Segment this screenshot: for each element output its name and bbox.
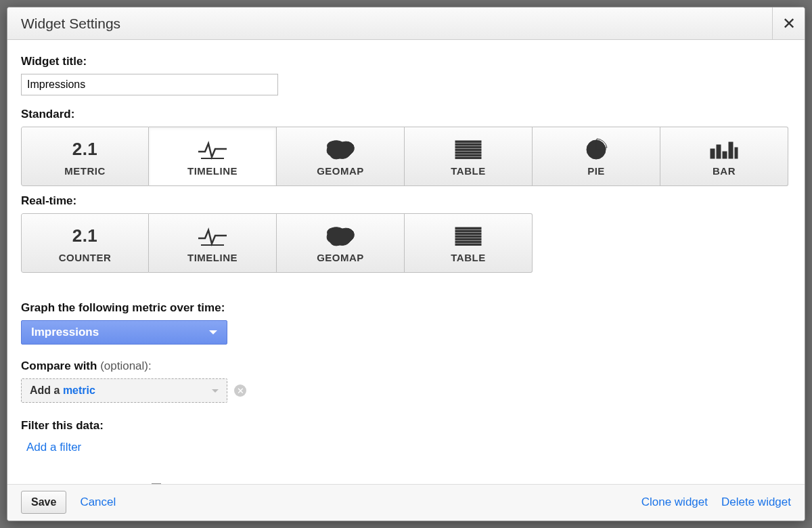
standard-type-table[interactable]: TABLE	[405, 127, 533, 186]
type-label: TABLE	[451, 165, 485, 177]
geomap-icon	[323, 223, 357, 249]
clone-widget-link[interactable]: Clone widget	[641, 496, 708, 509]
svg-rect-12	[729, 142, 733, 158]
caret-down-icon	[212, 389, 219, 393]
remove-compare-button[interactable]: ✕	[234, 384, 246, 397]
table-icon	[454, 137, 482, 162]
type-label: COUNTER	[59, 252, 112, 263]
realtime-type-table[interactable]: TABLE	[405, 213, 533, 273]
geomap-icon	[323, 137, 357, 162]
cancel-link[interactable]: Cancel	[80, 496, 116, 509]
standard-type-timeline[interactable]: TIMELINE	[149, 127, 277, 186]
svg-rect-1	[455, 141, 481, 142]
compare-metric-link: metric	[63, 384, 95, 396]
svg-rect-6	[455, 154, 481, 156]
svg-rect-18	[455, 236, 481, 237]
table-icon	[454, 223, 482, 249]
svg-rect-3	[455, 146, 481, 148]
two-one-icon: 2.1	[72, 223, 98, 249]
type-label: TABLE	[451, 252, 485, 263]
svg-rect-17	[455, 233, 481, 234]
svg-rect-19	[455, 238, 481, 240]
widget-title-input[interactable]	[21, 74, 278, 95]
timeline-icon	[197, 223, 228, 249]
standard-type-bar[interactable]: BAR	[660, 127, 788, 186]
type-label: TIMELINE	[187, 252, 238, 263]
close-icon: ✕	[782, 14, 796, 33]
widget-title-label: Widget title:	[21, 55, 791, 68]
type-label: METRIC	[64, 165, 106, 177]
compare-label: Compare with (optional):	[21, 359, 791, 373]
realtime-type-row: 2.1COUNTERTIMELINEGEOMAPTABLE	[21, 213, 791, 273]
close-button[interactable]: ✕	[772, 7, 805, 40]
metric-select[interactable]: Impressions	[21, 320, 227, 345]
graph-metric-label: Graph the following metric over time:	[21, 301, 791, 315]
metric-select-value: Impressions	[31, 326, 99, 339]
realtime-type-geomap[interactable]: GEOMAP	[277, 213, 405, 273]
dialog-title: Widget Settings	[7, 16, 120, 32]
svg-rect-16	[455, 230, 481, 232]
svg-rect-2	[455, 144, 481, 145]
standard-type-row: 2.1METRICTIMELINEGEOMAPTABLEPIEBAR	[21, 127, 791, 186]
bar-icon	[709, 137, 739, 162]
type-label: GEOMAP	[317, 165, 364, 177]
timeline-icon	[197, 137, 228, 162]
caret-down-icon	[209, 330, 217, 334]
svg-rect-4	[455, 149, 481, 150]
realtime-type-timeline[interactable]: TIMELINE	[149, 213, 277, 273]
standard-label: Standard:	[21, 108, 791, 121]
svg-rect-15	[455, 227, 481, 229]
dialog-body: Widget title: Standard: 2.1METRICTIMELIN…	[7, 40, 805, 484]
compare-prefix: Add a	[30, 384, 63, 396]
svg-rect-9	[710, 149, 715, 158]
dialog-header: Widget Settings ✕	[7, 7, 805, 40]
pie-icon	[585, 137, 608, 162]
standard-type-metric[interactable]: 2.1METRIC	[21, 127, 149, 186]
type-label: PIE	[587, 165, 605, 177]
standard-type-geomap[interactable]: GEOMAP	[277, 127, 405, 186]
svg-rect-13	[735, 148, 738, 158]
type-label: GEOMAP	[317, 252, 364, 263]
type-label: BAR	[713, 165, 736, 177]
filter-label: Filter this data:	[21, 419, 791, 433]
svg-rect-20	[455, 241, 481, 242]
svg-rect-11	[723, 152, 727, 158]
save-button[interactable]: Save	[21, 491, 66, 514]
standard-type-pie[interactable]: PIE	[533, 127, 660, 186]
type-label: TIMELINE	[187, 165, 238, 177]
svg-rect-5	[455, 152, 481, 153]
dialog-footer: Save Cancel Clone widget Delete widget	[7, 484, 805, 521]
delete-widget-link[interactable]: Delete widget	[721, 496, 791, 509]
svg-rect-10	[717, 145, 721, 158]
svg-rect-21	[455, 244, 481, 245]
svg-rect-7	[455, 157, 481, 158]
realtime-label: Real-time:	[21, 194, 791, 208]
compare-metric-select[interactable]: Add a metric	[21, 378, 227, 403]
widget-settings-dialog: Widget Settings ✕ Widget title: Standard…	[7, 7, 805, 521]
add-filter-link[interactable]: Add a filter	[26, 441, 81, 454]
realtime-type-counter[interactable]: 2.1COUNTER	[21, 213, 149, 273]
two-one-icon: 2.1	[72, 137, 98, 162]
